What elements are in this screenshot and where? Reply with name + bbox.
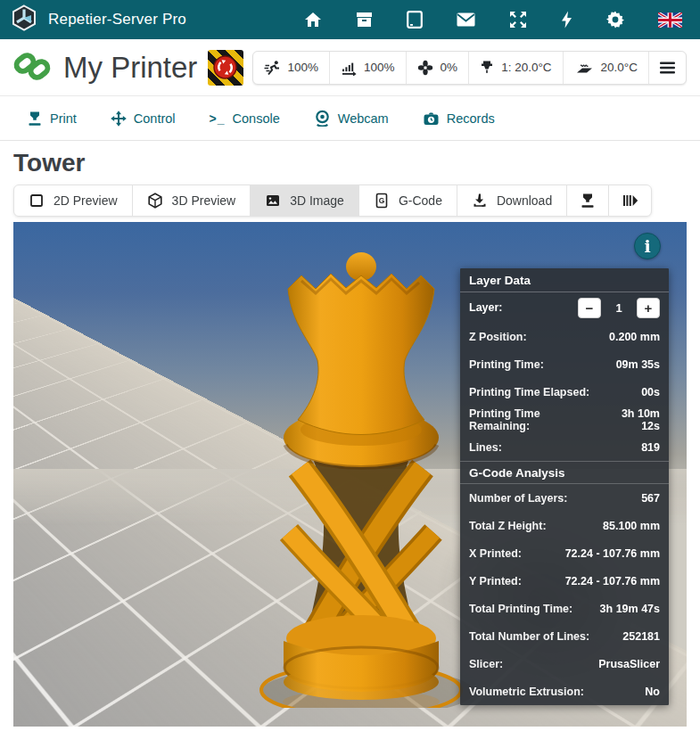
skip-layers-icon [622, 193, 638, 209]
layer-data-panel: Layer Data Layer: − 1 + Z Position: 0.20… [460, 268, 669, 705]
speed-runner-icon [264, 60, 281, 76]
printer-header: My Printer 100% [0, 39, 700, 96]
printing-time-row: Printing Time: 09m 35s [460, 350, 669, 378]
total-number-of-lines-row: Total Number of Lines: 252181 [460, 622, 669, 650]
square-2d-icon [29, 193, 45, 209]
skip-layers-button[interactable] [608, 185, 652, 217]
job-title: Tower [13, 149, 700, 177]
heated-bed-icon [574, 60, 594, 76]
svg-text:G: G [379, 196, 385, 205]
gear-icon [606, 11, 624, 29]
3d-image-button[interactable]: 3D Image [250, 185, 359, 217]
home-button[interactable] [302, 10, 324, 29]
tab-console[interactable]: >_ Console [210, 111, 280, 126]
volumetric-extrusion-row: Volumetric Extrusion: No [460, 678, 669, 705]
messages-button[interactable] [455, 11, 477, 29]
emergency-stop-button[interactable] [208, 50, 243, 86]
printer-title: My Printer [63, 51, 197, 85]
flow-bars-icon [341, 60, 357, 76]
language-button[interactable] [656, 11, 684, 29]
emergency-stop-icon [213, 55, 237, 79]
bolt-icon [561, 11, 572, 29]
printer-tabs: Print Control >_ Console Webcam Records [0, 96, 700, 141]
fan-icon [417, 60, 433, 76]
layer-increment-button[interactable]: + [637, 298, 660, 318]
total-z-height-row: Total Z Height: 85.100 mm [460, 512, 669, 539]
home-icon [304, 12, 322, 28]
bed-temp-badge[interactable]: 20.0°C [563, 52, 648, 84]
app-logo-icon [11, 4, 37, 35]
status-badges: 100% 100% 0% [252, 51, 687, 85]
terminal-icon: >_ [210, 111, 226, 126]
fullscreen-button[interactable] [507, 9, 529, 30]
printer-menu-button[interactable] [648, 52, 686, 84]
expand-arrows-icon [509, 11, 527, 29]
print-single-icon [580, 193, 596, 209]
download-button[interactable]: Download [457, 185, 567, 217]
printing-time-remaining-row: Printing Time Remaining: 3h 10m 12s [460, 406, 669, 433]
image-icon [265, 193, 281, 209]
app-title: Repetier-Server Pro [48, 11, 186, 29]
extruder-temp-value: 1: 20.0°C [501, 61, 551, 74]
cube-3d-icon [147, 193, 163, 209]
layer-stepper-row: Layer: − 1 + [460, 292, 669, 323]
chess-tower-3d-model [232, 249, 490, 708]
speed-badge[interactable]: 100% [253, 52, 330, 84]
layer-panel-title: Layer Data [460, 268, 669, 292]
print-icon [27, 111, 43, 127]
extruder-nozzle-icon [480, 60, 494, 76]
gcode-analysis-title: G-Code Analysis [460, 461, 669, 484]
settings-button[interactable] [605, 9, 626, 30]
archive-box-icon [356, 12, 373, 28]
3d-preview-button[interactable]: 3D Preview [132, 185, 251, 217]
archive-button[interactable] [354, 10, 375, 29]
print-job-button[interactable] [566, 185, 609, 217]
number-of-layers-row: Number of Layers: 567 [460, 484, 669, 512]
gcode-button[interactable]: G G-Code [358, 185, 457, 217]
printer-status-bar: 100% 100% 0% [208, 50, 687, 86]
tablet-button[interactable] [405, 9, 424, 30]
flow-badge[interactable]: 100% [329, 52, 406, 84]
lines-row: Lines: 819 [460, 433, 669, 461]
2d-preview-button[interactable]: 2D Preview [13, 185, 133, 217]
uk-flag-icon [658, 12, 682, 28]
3d-viewport[interactable]: i Layer Data Layer: − 1 + Z Position: 0.… [13, 222, 687, 727]
navbar-icons [302, 9, 684, 30]
tab-records[interactable]: Records [423, 111, 495, 127]
brand[interactable]: Repetier-Server Pro [11, 4, 186, 35]
hamburger-menu-icon [660, 62, 675, 74]
printing-time-elapsed-row: Printing Time Elapsed: 00s [460, 378, 669, 406]
layer-value: 1 [601, 301, 637, 315]
power-button[interactable] [559, 9, 574, 30]
webcam-icon [314, 110, 331, 127]
info-button[interactable]: i [634, 233, 661, 259]
tab-webcam[interactable]: Webcam [314, 110, 389, 127]
speed-value: 100% [288, 61, 319, 74]
preview-toolbar: 2D Preview 3D Preview 3D Image G G-Code … [13, 185, 652, 217]
records-camera-icon [423, 111, 440, 127]
layer-label: Layer: [469, 301, 578, 314]
extruder-temp-badge[interactable]: 1: 20.0°C [468, 52, 562, 84]
x-printed-row: X Printed: 72.24 - 107.76 mm [460, 539, 669, 567]
layer-decrement-button[interactable]: − [578, 298, 601, 318]
printer-link-icon[interactable] [13, 48, 51, 87]
top-navbar: Repetier-Server Pro [0, 0, 700, 39]
gcode-file-icon: G [374, 193, 390, 209]
y-printed-row: Y Printed: 72.24 - 107.76 mm [460, 567, 669, 595]
z-position-row: Z Position: 0.200 mm [460, 323, 669, 350]
mail-icon [457, 12, 475, 27]
tab-print[interactable]: Print [27, 111, 77, 127]
move-arrows-icon [111, 111, 127, 127]
slicer-row: Slicer: PrusaSlicer [460, 650, 669, 678]
tablet-icon [407, 11, 423, 29]
fan-badge[interactable]: 0% [406, 52, 469, 84]
total-printing-time-row: Total Printing Time: 3h 19m 47s [460, 595, 669, 622]
download-icon [472, 193, 488, 209]
bed-temp-value: 20.0°C [601, 61, 638, 74]
flow-value: 100% [364, 61, 395, 74]
tab-control[interactable]: Control [111, 111, 176, 127]
info-icon: i [644, 236, 650, 256]
fan-value: 0% [441, 61, 458, 74]
